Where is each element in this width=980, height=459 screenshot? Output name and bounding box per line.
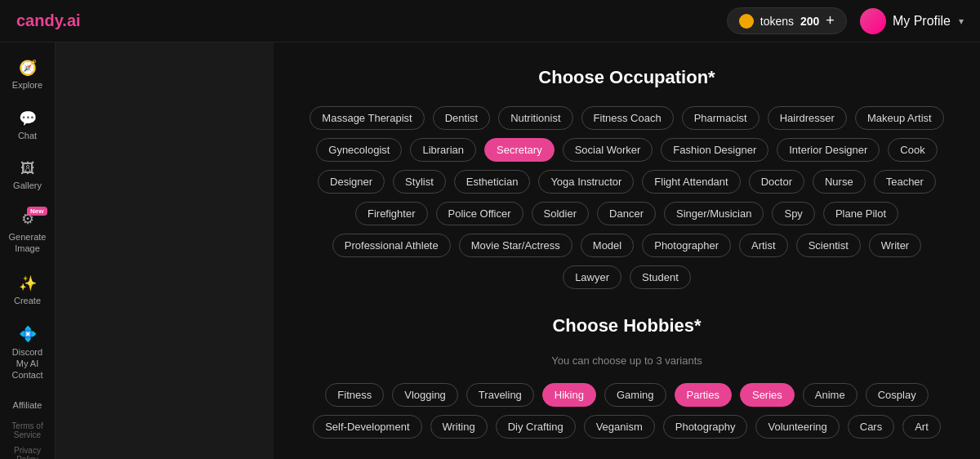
tokens-label: tokens	[760, 15, 794, 28]
occupation-tag-makeup-artist[interactable]: Makeup Artist	[855, 106, 944, 130]
occupation-tag-massage-therapist[interactable]: Massage Therapist	[310, 106, 424, 130]
occupation-tag-pharmacist[interactable]: Pharmacist	[682, 106, 760, 130]
occupation-tag-librarian[interactable]: Librarian	[410, 138, 476, 162]
occupation-tag-photographer[interactable]: Photographer	[642, 234, 731, 257]
occupation-tag-artist[interactable]: Artist	[739, 234, 788, 257]
hobbies-tag-art[interactable]: Art	[902, 415, 941, 439]
hobbies-tag-fitness[interactable]: Fitness	[325, 383, 384, 407]
occupation-tag-lawyer[interactable]: Lawyer	[563, 265, 621, 289]
hobbies-tag-traveling[interactable]: Traveling	[466, 383, 534, 407]
hobbies-tag-photography[interactable]: Photography	[663, 415, 748, 439]
hobbies-tag-parties[interactable]: Parties	[675, 383, 732, 407]
sidebar-label-discord: Discord My AI Contact	[8, 346, 47, 381]
occupation-tag-fashion-designer[interactable]: Fashion Designer	[661, 138, 768, 162]
occupation-tag-social-worker[interactable]: Social Worker	[563, 138, 653, 162]
hobbies-tag-series[interactable]: Series	[740, 383, 795, 407]
nav-right: tokens 200 + My Profile ▾	[727, 7, 964, 34]
chat-icon: 💬	[19, 109, 37, 127]
occupation-tag-dancer[interactable]: Dancer	[597, 202, 656, 225]
hobbies-tag-diy-crafting[interactable]: Diy Crafting	[496, 415, 576, 439]
sidebar-item-affiliate[interactable]: Affiliate	[3, 392, 52, 418]
token-coin-icon	[739, 14, 754, 29]
topnav: candy.ai tokens 200 + My Profile ▾	[0, 0, 980, 42]
hobbies-tag-self-development[interactable]: Self-Development	[313, 415, 421, 439]
add-tokens-button[interactable]: +	[826, 12, 835, 29]
hobbies-tag-volunteering[interactable]: Volunteering	[755, 415, 839, 439]
sidebar-item-explore[interactable]: 🧭 Explore	[3, 51, 52, 98]
profile-name: My Profile	[893, 14, 951, 29]
sidebar-item-gallery[interactable]: 🖼 Gallery	[3, 152, 52, 198]
occupation-title: Choose Occupation*	[306, 67, 947, 88]
hobbies-tag-vlogging[interactable]: Vlogging	[392, 383, 458, 407]
occupation-tag-movie-star-actress[interactable]: Movie Star/Actress	[459, 234, 572, 257]
create-icon: ✨	[19, 274, 37, 292]
hobbies-tag-cosplay[interactable]: Cosplay	[866, 383, 929, 407]
privacy-link[interactable]: Privacy Policy	[0, 443, 55, 459]
sidebar-label-create: Create	[14, 296, 41, 305]
profile-area[interactable]: My Profile ▾	[860, 8, 964, 34]
occupation-tag-model[interactable]: Model	[581, 234, 634, 257]
occupation-tag-gynecologist[interactable]: Gynecologist	[316, 138, 402, 162]
sidebar-label-affiliate: Affiliate	[13, 400, 42, 410]
occupation-tag-police-officer[interactable]: Police Officer	[436, 202, 523, 225]
sidebar-item-chat[interactable]: 💬 Chat	[3, 101, 52, 149]
occupation-tag-scientist[interactable]: Scientist	[796, 234, 861, 257]
occupation-tag-firefighter[interactable]: Firefighter	[355, 202, 428, 225]
sidebar-label-chat: Chat	[18, 131, 37, 140]
logo: candy.ai	[16, 11, 81, 30]
occupation-tag-nurse[interactable]: Nurse	[813, 170, 866, 194]
occupation-tag-secretary[interactable]: Secretary	[484, 138, 555, 162]
occupation-tag-interior-designer[interactable]: Interior Designer	[777, 138, 880, 162]
left-panel	[56, 42, 274, 459]
hobbies-tag-gaming[interactable]: Gaming	[604, 383, 666, 407]
occupation-tag-soldier[interactable]: Soldier	[532, 202, 589, 225]
hobbies-tag-writing[interactable]: Writing	[430, 415, 488, 439]
avatar	[860, 8, 886, 34]
occupation-tag-yoga-instructor[interactable]: Yoga Instructor	[538, 170, 634, 194]
occupation-tag-fitness-coach[interactable]: Fitness Coach	[581, 106, 674, 130]
chevron-down-icon: ▾	[959, 16, 964, 27]
sidebar-label-explore: Explore	[12, 80, 42, 90]
discord-icon: 💠	[19, 325, 37, 343]
sidebar-item-discord[interactable]: 💠 Discord My AI Contact	[3, 317, 52, 390]
occupation-tag-spy[interactable]: Spy	[772, 202, 814, 225]
occupation-tag-hairdresser[interactable]: Hairdresser	[768, 106, 847, 130]
hobbies-tag-anime[interactable]: Anime	[803, 383, 858, 407]
terms-link[interactable]: Terms of Service	[0, 418, 55, 443]
hobbies-tag-hiking[interactable]: Hiking	[542, 383, 596, 407]
occupation-tag-cook[interactable]: Cook	[888, 138, 937, 162]
occupation-tag-stylist[interactable]: Stylist	[393, 170, 446, 194]
explore-icon: 🧭	[19, 59, 37, 77]
occupation-tag-nutritionist[interactable]: Nutritionist	[498, 106, 572, 130]
logo-text: candy.ai	[16, 11, 81, 29]
occupation-tag-designer[interactable]: Designer	[318, 170, 385, 194]
sidebar-label-generate: Generate Image	[8, 231, 47, 255]
sidebar-bottom: Affiliate Terms of Service Privacy Polic…	[0, 392, 55, 459]
occupation-tag-student[interactable]: Student	[630, 265, 691, 289]
occupation-tag-flight-attendant[interactable]: Flight Attendant	[642, 170, 740, 194]
hobbies-tag-cars[interactable]: Cars	[848, 415, 894, 439]
sidebar-item-create[interactable]: ✨ Create	[3, 266, 52, 314]
occupation-tag-esthetician[interactable]: Esthetician	[454, 170, 531, 194]
occupation-section: Choose Occupation* Massage TherapistDent…	[306, 67, 947, 289]
new-badge: New	[27, 207, 47, 216]
hobbies-subtitle: You can choose up to 3 variants	[306, 354, 947, 367]
tokens-value: 200	[800, 15, 819, 28]
sidebar-label-gallery: Gallery	[13, 180, 42, 190]
hobbies-title: Choose Hobbies*	[306, 315, 947, 336]
hobbies-tag-veganism[interactable]: Veganism	[584, 415, 655, 439]
occupation-tag-teacher[interactable]: Teacher	[874, 170, 936, 194]
occupation-tag-writer[interactable]: Writer	[869, 234, 921, 257]
sidebar-item-generate[interactable]: New ⚙ Generate Image	[3, 202, 52, 263]
occupation-tags: Massage TherapistDentistNutritionistFitn…	[306, 106, 947, 289]
main-layout: 🧭 Explore 💬 Chat 🖼 Gallery New ⚙ Generat…	[0, 42, 980, 459]
occupation-tag-doctor[interactable]: Doctor	[749, 170, 804, 194]
sidebar: 🧭 Explore 💬 Chat 🖼 Gallery New ⚙ Generat…	[0, 42, 56, 459]
occupation-tag-dentist[interactable]: Dentist	[433, 106, 490, 130]
occupation-tag-professional-athlete[interactable]: Professional Athlete	[332, 234, 451, 257]
content-area: Choose Occupation* Massage TherapistDent…	[274, 42, 980, 459]
tokens-badge[interactable]: tokens 200 +	[727, 7, 847, 34]
occupation-tag-singer-musician[interactable]: Singer/Musician	[664, 202, 764, 225]
hobbies-tags: FitnessVloggingTravelingHikingGamingPart…	[306, 383, 947, 439]
occupation-tag-plane-pilot[interactable]: Plane Pilot	[823, 202, 898, 225]
